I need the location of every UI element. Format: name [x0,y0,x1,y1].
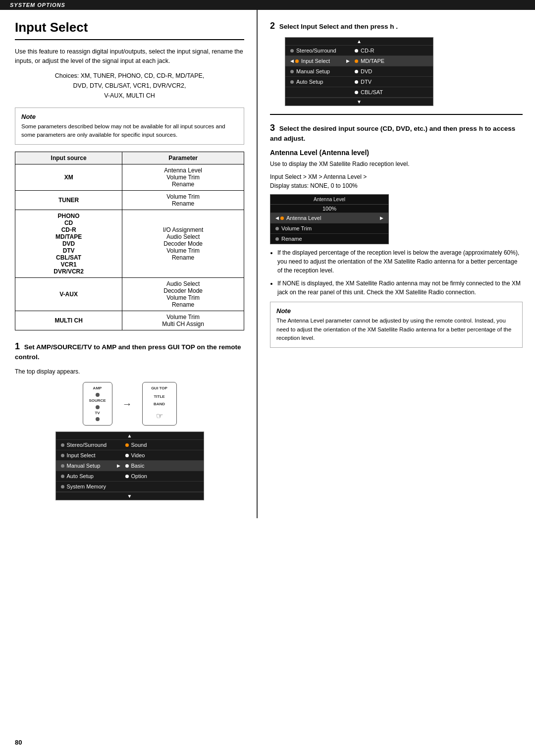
dot-icon [61,443,64,447]
osd-row-selected: Manual Setup ▶ Basic [56,461,204,471]
table-cell-params: Audio SelectDecoder ModeVolume TrimRenam… [122,278,244,311]
dot-icon [290,80,294,84]
osd-top-arrow: ▲ [56,432,204,440]
table-cell-params: I/O AssignmentAudio SelectDecoder ModeVo… [122,210,244,278]
choices-text: Choices: XM, TUNER, PHONO, CD, CD-R, MD/… [15,71,244,101]
osd-left-label: Manual Setup [296,68,330,74]
step-3-text: Select the desired input source (CD, DVD… [270,125,515,142]
osd-row: Stereo/Surround CD-R [285,46,433,56]
step-1-section: 1 Set AMP/SOURCE/TV to AMP and then pres… [15,340,244,500]
table-cell-source: V-AUX [15,278,122,311]
dot-icon [355,49,358,53]
table-row: PHONOCDCD-RMD/TAPEDVDDTVCBL/SATVCR1DVR/V… [15,210,244,278]
dot-icon [295,59,299,63]
note-title-2: Note [276,307,516,315]
osd-antenna-value: 100% [270,205,388,213]
table-cell-source: MULTI CH [15,311,122,330]
dot-icon [125,475,129,478]
osd-left-label: Input Select [301,58,330,64]
osd-bottom-arrow: ▼ [56,492,204,500]
osd-right-label: Video [131,452,145,458]
table-cell-params: Volume TrimMulti CH Assign [122,311,244,330]
osd-row-selected: ◀ Antenna Level ▶ [270,213,388,223]
arrow-right-icon: ▶ [380,216,383,220]
table-cell-source: TUNER [15,191,122,210]
osd-row: Manual Setup DVD [285,66,433,77]
dot-icon [61,464,64,468]
page: SYSTEM OPTIONS Input Select Use this fea… [0,0,535,756]
osd-row: Volume Trim [270,223,388,234]
note-text-1: Some parameters described below may not … [21,122,238,140]
bullet-list: If the displayed percentage of the recep… [277,248,523,297]
step-3-section: 3 Select the desired input source (CD, D… [270,122,523,348]
osd-right-label: MD/TAPE [361,58,384,64]
dot-icon [125,464,129,468]
top-bar-label: SYSTEM OPTIONS [10,2,65,8]
antenna-osd: Antenna Level 100% ◀ Antenna Level ▶ Vol… [270,194,389,244]
dot-icon [355,70,358,73]
table-row: TUNER Volume TrimRename [15,191,244,210]
arrow-left-icon: ◀ [275,216,279,220]
osd-antenna-header: Antenna Level [270,195,388,205]
dot-icon [355,59,358,63]
dot-icon [61,454,64,457]
table-cell-params: Volume TrimRename [122,191,244,210]
osd-row: CBL/SAT [285,87,433,98]
step-1-text: Set AMP/SOURCE/TV to AMP and then press … [15,343,241,361]
content-area: Input Select Use this feature to reassig… [0,10,535,518]
dot-icon [61,485,64,488]
remote-diagram: AMP SOURCE TV → GUI TOP TITLE BAND ☞ [15,382,244,426]
table-col-param: Parameter [122,152,244,164]
osd-left-label: Auto Setup [67,473,94,479]
step-1-number: 1 [15,341,20,351]
osd-right-label: Basic [131,463,145,469]
osd-label: Volume Trim [281,225,312,231]
arrow-left-icon: ◀ [290,58,294,63]
osd-right-label: CD-R [361,48,374,54]
dot-icon [61,475,64,478]
step-1-osd: ▲ Stereo/Surround Sound [55,432,204,500]
osd-row-selected: ◀ Input Select ▶ MD/TAPE [285,56,433,66]
osd-row: Auto Setup Option [56,471,204,482]
dot-icon [275,237,279,241]
table-col-source: Input source [15,152,122,164]
body-text-1: Use to display the XM Satellite Radio re… [270,160,523,168]
step-1-heading: 1 Set AMP/SOURCE/TV to AMP and then pres… [15,340,244,362]
step-3-number: 3 [270,123,275,133]
step-2-text: Select Input Select and then press h . [279,23,398,30]
osd-row: Auto Setup DTV [285,77,433,87]
top-bar: SYSTEM OPTIONS [0,0,535,10]
dot-icon [275,227,279,230]
osd-row: System Memory [56,482,204,492]
list-item: If NONE is displayed, the XM Satellite R… [277,279,523,297]
note-box-2: Note The Antenna Level parameter cannot … [270,302,523,348]
dot-icon [355,80,358,84]
arrow-right-icon: ▶ [346,58,350,63]
arrow-icon: → [122,398,132,410]
dot-icon [280,216,284,220]
step-2-heading: 2 Select Input Select and then press h . [270,20,523,32]
arrow-right-icon: ▶ [117,463,120,468]
note-text-2: The Antenna Level parameter cannot be ad… [276,317,516,342]
sub-heading-antenna: Antenna Level (Antenna level) [270,149,523,157]
osd-right-label: Option [131,473,147,479]
step-3-heading: 3 Select the desired input source (CD, D… [270,122,523,144]
parameter-table: Input source Parameter XM Antenna LevelV… [15,152,244,330]
dot-icon [125,443,129,447]
note-box-1: Note Some parameters described below may… [15,108,244,145]
osd-row: Stereo/Surround Sound [56,440,204,450]
osd-label: Antenna Level [286,215,321,221]
osd-left-label: Input Select [67,452,96,458]
osd-left-label: Stereo/Surround [296,48,336,54]
table-row: V-AUX Audio SelectDecoder ModeVolume Tri… [15,278,244,311]
osd-top-arrow: ▲ [285,38,433,46]
dot-icon [290,70,294,73]
osd-right-label: Sound [131,442,147,448]
page-number: 80 [15,739,22,746]
osd-left-label: Auto Setup [296,79,323,85]
table-row: XM Antenna LevelVolume TrimRename [15,164,244,191]
table-cell-source: XM [15,164,122,191]
osd-right-label: DVD [361,68,372,74]
osd-left-label: System Memory [67,484,106,489]
step-2-osd: ▲ Stereo/Surround CD-R [285,37,433,106]
